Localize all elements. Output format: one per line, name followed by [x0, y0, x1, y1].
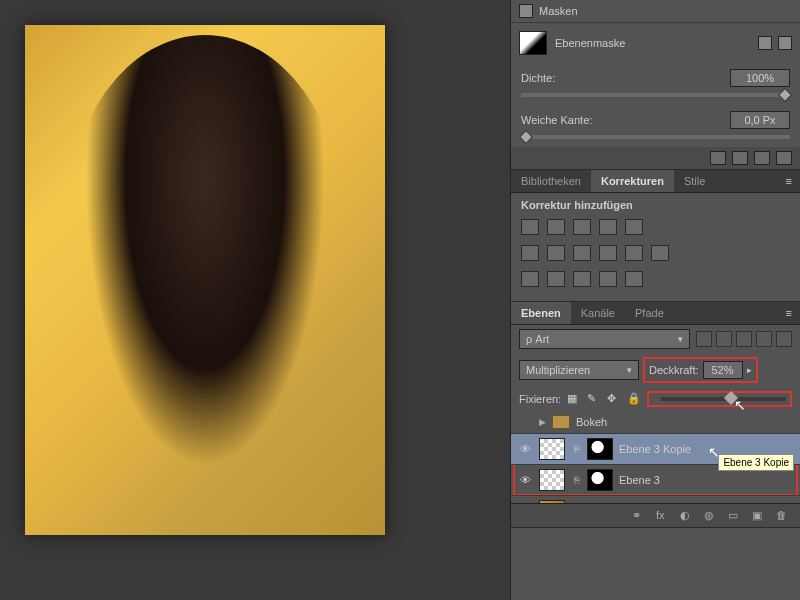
filter-smart-icon[interactable]	[776, 331, 792, 347]
opacity-input[interactable]: 52%	[703, 361, 743, 379]
expand-arrow-icon[interactable]: ▶	[539, 417, 546, 427]
tab-pfade[interactable]: Pfade	[625, 302, 674, 324]
panel-menu-icon[interactable]: ≡	[778, 302, 800, 324]
filter-shape-icon[interactable]	[756, 331, 772, 347]
threshold-icon[interactable]	[573, 271, 591, 287]
bw-icon[interactable]	[573, 245, 591, 261]
layer-name[interactable]: Bokeh	[576, 416, 794, 428]
layer-thumbnail[interactable]	[539, 438, 565, 460]
visibility-toggle[interactable]: 👁	[517, 443, 533, 455]
masks-panel: Masken Ebenenmaske Dichte: 100% Weiche K…	[511, 0, 800, 170]
visibility-toggle[interactable]: 👁	[517, 474, 533, 486]
canvas-area	[0, 0, 510, 600]
density-input[interactable]: 100%	[730, 69, 790, 87]
panel-menu-icon[interactable]: ≡	[778, 170, 800, 192]
masks-title: Masken	[539, 5, 578, 17]
masks-panel-icon	[519, 4, 533, 18]
blend-mode-dropdown[interactable]: Multiplizieren▾	[519, 360, 639, 380]
posterize-icon[interactable]	[547, 271, 565, 287]
add-adjustment-label: Korrektur hinzufügen	[521, 199, 790, 211]
layers-footer: ⚭ fx ◐ ◍ ▭ ▣ 🗑	[511, 503, 800, 527]
delete-mask-icon[interactable]	[776, 151, 792, 165]
brightness-icon[interactable]	[521, 219, 539, 235]
link-mask-icon[interactable]: ⎘	[571, 444, 581, 454]
hue-sat-icon[interactable]	[521, 245, 539, 261]
document-image[interactable]	[25, 25, 385, 535]
adjustment-layer-icon[interactable]: ◍	[704, 509, 720, 523]
layers-panel: Ebenen Kanäle Pfade ≡ ρ Art▾ Multiplizie…	[511, 302, 800, 528]
invert-icon[interactable]	[521, 271, 539, 287]
curves-icon[interactable]	[573, 219, 591, 235]
mask-thumbnail[interactable]	[587, 469, 613, 491]
lock-position-icon[interactable]: ✥	[607, 392, 621, 406]
filter-type-icon[interactable]	[736, 331, 752, 347]
vector-mask-icon[interactable]	[778, 36, 792, 50]
adj-tabs: Bibliotheken Korrekturen Stile ≡	[511, 170, 800, 193]
filter-type-dropdown[interactable]: ρ Art▾	[519, 329, 690, 349]
channel-mixer-icon[interactable]	[625, 245, 643, 261]
tab-kanaele[interactable]: Kanäle	[571, 302, 625, 324]
color-balance-icon[interactable]	[547, 245, 565, 261]
density-label: Dichte:	[521, 72, 555, 84]
lock-label: Fixieren:	[519, 393, 561, 405]
layer-name[interactable]: Ebene 3	[619, 474, 794, 486]
right-panels: Masken Ebenenmaske Dichte: 100% Weiche K…	[510, 0, 800, 600]
tab-bibliotheken[interactable]: Bibliotheken	[511, 170, 591, 192]
layer-tabs: Ebenen Kanäle Pfade ≡	[511, 302, 800, 325]
portrait-subject	[65, 35, 345, 515]
folder-icon	[552, 415, 570, 429]
color-lookup-icon[interactable]	[651, 245, 669, 261]
tooltip: Ebene 3 Kopie	[718, 454, 794, 471]
add-mask-icon[interactable]: ◐	[680, 509, 696, 523]
lock-all-icon[interactable]: 🔒	[627, 392, 641, 406]
masks-header: Masken	[511, 0, 800, 23]
link-layers-icon[interactable]: ⚭	[632, 509, 648, 523]
mask-from-selection-icon[interactable]	[710, 151, 726, 165]
tab-stile[interactable]: Stile	[674, 170, 715, 192]
link-mask-icon[interactable]: ⎘	[571, 475, 581, 485]
masks-footer-icons	[511, 147, 800, 169]
new-group-icon[interactable]: ▭	[728, 509, 744, 523]
lock-transparency-icon[interactable]: ▦	[567, 392, 581, 406]
opacity-slider[interactable]	[661, 397, 786, 401]
exposure-icon[interactable]	[599, 219, 617, 235]
pixel-mask-icon[interactable]	[758, 36, 772, 50]
levels-icon[interactable]	[547, 219, 565, 235]
layer-thumbnail[interactable]	[539, 469, 565, 491]
layer-row-selected[interactable]: 👁 ⎘ Ebene 3 Kopie ↖ Ebene 3 Kopie	[511, 434, 800, 465]
cursor-icon: ↖	[734, 397, 746, 413]
lock-pixels-icon[interactable]: ✎	[587, 392, 601, 406]
selective-color-icon[interactable]	[625, 271, 643, 287]
invert-mask-icon[interactable]	[732, 151, 748, 165]
feather-input[interactable]: 0,0 Px	[730, 111, 790, 129]
opacity-label: Deckkraft:	[649, 364, 699, 376]
opacity-flyout-icon[interactable]: ▸	[747, 365, 752, 375]
filter-adjust-icon[interactable]	[716, 331, 732, 347]
fx-icon[interactable]: fx	[656, 509, 672, 523]
tab-korrekturen[interactable]: Korrekturen	[591, 170, 674, 192]
new-layer-icon[interactable]: ▣	[752, 509, 768, 523]
feather-slider[interactable]	[521, 135, 790, 139]
tab-ebenen[interactable]: Ebenen	[511, 302, 571, 324]
feather-label: Weiche Kante:	[521, 114, 592, 126]
mask-thumbnail[interactable]	[519, 31, 547, 55]
mask-thumbnail[interactable]	[587, 438, 613, 460]
vibrance-icon[interactable]	[625, 219, 643, 235]
photo-filter-icon[interactable]	[599, 245, 617, 261]
mask-type-label: Ebenenmaske	[555, 37, 625, 49]
delete-layer-icon[interactable]: 🗑	[776, 509, 792, 523]
gradient-map-icon[interactable]	[599, 271, 617, 287]
adjustments-panel: Bibliotheken Korrekturen Stile ≡ Korrekt…	[511, 170, 800, 302]
filter-pixel-icon[interactable]	[696, 331, 712, 347]
density-slider[interactable]	[521, 93, 790, 97]
show-mask-icon[interactable]	[754, 151, 770, 165]
layer-folder-row[interactable]: ▶ Bokeh	[511, 411, 800, 434]
